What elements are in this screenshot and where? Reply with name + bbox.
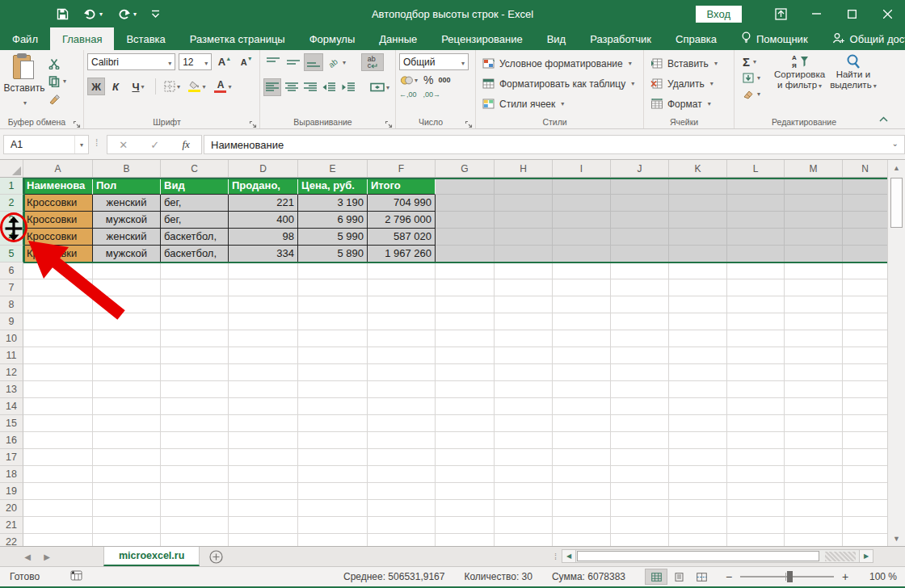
cell-G15[interactable]: [436, 415, 495, 432]
cell-H22[interactable]: [495, 534, 553, 546]
cell-J18[interactable]: [611, 466, 669, 483]
cell-L1[interactable]: [727, 178, 785, 195]
cell-N2[interactable]: [843, 195, 887, 212]
cell-J12[interactable]: [611, 364, 669, 381]
cell-N8[interactable]: [843, 296, 887, 313]
cell-J22[interactable]: [611, 534, 669, 546]
accounting-format-icon[interactable]: [399, 74, 419, 86]
cell-F8[interactable]: [368, 296, 436, 313]
cell-E21[interactable]: [298, 517, 368, 534]
cell-I15[interactable]: [553, 415, 611, 432]
formula-bar-splitter[interactable]: ⁞: [95, 137, 98, 149]
cell-N11[interactable]: [843, 347, 887, 364]
column-header-L[interactable]: L: [727, 160, 785, 177]
cell-K8[interactable]: [669, 296, 727, 313]
cell-D20[interactable]: [229, 500, 298, 517]
cell-L6[interactable]: [727, 262, 785, 279]
cell-L16[interactable]: [727, 432, 785, 449]
row-header-9[interactable]: 9: [0, 313, 23, 330]
column-header-B[interactable]: B: [93, 160, 161, 177]
cell-J21[interactable]: [611, 517, 669, 534]
cell-E11[interactable]: [298, 347, 368, 364]
cell-D5[interactable]: 334: [229, 246, 298, 262]
borders-icon[interactable]: [161, 78, 183, 95]
cell-C21[interactable]: [161, 517, 229, 534]
cell-A8[interactable]: [23, 296, 93, 313]
tab-1[interactable]: Вставка: [114, 27, 177, 50]
cell-G9[interactable]: [436, 313, 495, 330]
cell-A22[interactable]: [23, 534, 93, 546]
cell-K22[interactable]: [669, 534, 727, 546]
cell-K14[interactable]: [669, 398, 727, 415]
cell-H19[interactable]: [495, 483, 553, 500]
cell-C20[interactable]: [161, 500, 229, 517]
cell-J1[interactable]: [611, 178, 669, 195]
cell-D8[interactable]: [229, 296, 298, 313]
cell-H11[interactable]: [495, 347, 553, 364]
cell-N20[interactable]: [843, 500, 887, 517]
add-sheet-icon[interactable]: [200, 547, 232, 566]
cell-K9[interactable]: [669, 313, 727, 330]
ribbon-display-options-icon[interactable]: [763, 0, 798, 27]
cell-G10[interactable]: [436, 330, 495, 347]
cell-G6[interactable]: [436, 262, 495, 279]
cell-N15[interactable]: [843, 415, 887, 432]
cell-G1[interactable]: [436, 178, 495, 195]
hscroll-track[interactable]: [576, 549, 859, 563]
cell-J8[interactable]: [611, 296, 669, 313]
cell-K16[interactable]: [669, 432, 727, 449]
vscroll-down-icon[interactable]: ▼: [888, 531, 905, 546]
cell-F18[interactable]: [368, 466, 436, 483]
cell-L10[interactable]: [727, 330, 785, 347]
align-bottom-icon[interactable]: [304, 53, 323, 71]
cell-J4[interactable]: [611, 229, 669, 246]
cell-M2[interactable]: [785, 195, 843, 212]
zoom-slider[interactable]: [740, 576, 834, 578]
cell-A12[interactable]: [23, 364, 93, 381]
cell-M19[interactable]: [785, 483, 843, 500]
cell-G18[interactable]: [436, 466, 495, 483]
cell-B8[interactable]: [93, 296, 161, 313]
comma-style-icon[interactable]: 000: [438, 76, 450, 84]
cell-A14[interactable]: [23, 398, 93, 415]
cell-K3[interactable]: [669, 212, 727, 229]
cell-K17[interactable]: [669, 449, 727, 466]
cell-M21[interactable]: [785, 517, 843, 534]
cell-D9[interactable]: [229, 313, 298, 330]
insert-cells-button[interactable]: Вставить: [650, 53, 730, 74]
cell-A19[interactable]: [23, 483, 93, 500]
percent-style-icon[interactable]: %: [423, 74, 433, 86]
cell-N7[interactable]: [843, 279, 887, 296]
row-header-11[interactable]: 11: [0, 347, 23, 364]
cell-E16[interactable]: [298, 432, 368, 449]
cell-E12[interactable]: [298, 364, 368, 381]
column-header-A[interactable]: A: [23, 160, 93, 177]
cancel-icon[interactable]: ✕: [119, 139, 128, 151]
cell-F10[interactable]: [368, 330, 436, 347]
cell-H14[interactable]: [495, 398, 553, 415]
cell-I8[interactable]: [553, 296, 611, 313]
bold-button[interactable]: Ж: [87, 78, 105, 95]
cell-C10[interactable]: [161, 330, 229, 347]
number-dialog-launcher-icon[interactable]: [465, 117, 473, 125]
cell-G5[interactable]: [436, 246, 495, 262]
cell-M13[interactable]: [785, 381, 843, 398]
cell-D22[interactable]: [229, 534, 298, 546]
row-header-5[interactable]: 5: [0, 246, 23, 262]
cell-E3[interactable]: 6 990: [298, 212, 368, 229]
cell-F13[interactable]: [368, 381, 436, 398]
cell-N5[interactable]: [843, 246, 887, 262]
cell-N22[interactable]: [843, 534, 887, 546]
cell-C17[interactable]: [161, 449, 229, 466]
cell-F17[interactable]: [368, 449, 436, 466]
cell-B19[interactable]: [93, 483, 161, 500]
column-header-E[interactable]: E: [298, 160, 368, 177]
cell-H4[interactable]: [495, 229, 553, 246]
cell-E2[interactable]: 3 190: [298, 195, 368, 212]
cell-K11[interactable]: [669, 347, 727, 364]
insert-function-icon[interactable]: fx: [182, 138, 189, 151]
align-middle-icon[interactable]: [284, 53, 303, 71]
row-header-22[interactable]: 22: [0, 534, 23, 546]
cell-E9[interactable]: [298, 313, 368, 330]
cell-G16[interactable]: [436, 432, 495, 449]
